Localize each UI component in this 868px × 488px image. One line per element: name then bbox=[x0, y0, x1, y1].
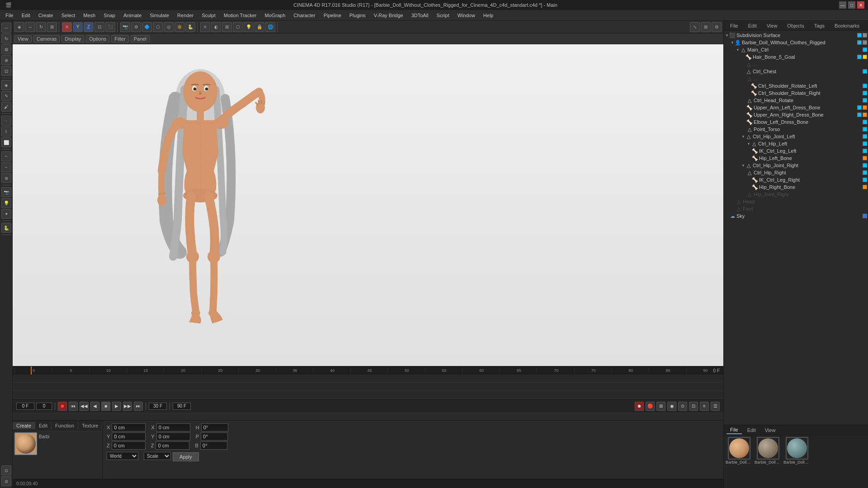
vp-display-iso[interactable]: ⬡ bbox=[233, 22, 243, 32]
tree-arrow-barbie[interactable]: ▼ bbox=[730, 40, 735, 45]
tool-rig[interactable]: ⊛ bbox=[1, 173, 11, 183]
obj-tab-tags[interactable]: Tags bbox=[811, 22, 828, 29]
tree-item-ik-leg-left[interactable]: 🦴 IK_Ctrl_Leg_Left bbox=[724, 147, 868, 155]
tool-select-live[interactable]: ⊕ bbox=[1, 55, 11, 65]
obj-tab-objects[interactable]: Objects bbox=[783, 22, 807, 29]
vp-view-menu[interactable]: View bbox=[14, 35, 32, 42]
b-input[interactable] bbox=[200, 441, 227, 450]
tree-item-upper-arm-right[interactable]: 🦴 Upper_Arm_Right_Dress_Bone bbox=[724, 111, 868, 118]
tree-item-head[interactable]: △ Head bbox=[724, 198, 868, 205]
keyframe-tool1[interactable]: ⊞ bbox=[656, 402, 665, 411]
maximize-button[interactable]: □ bbox=[848, 1, 855, 9]
menu-plugins[interactable]: Plugins bbox=[346, 12, 369, 19]
material-item-bones[interactable]: Barbie_Doll_Without_Clothes_Rigged_Bones bbox=[755, 437, 782, 465]
keyframe-tool4[interactable]: ⊡ bbox=[689, 402, 698, 411]
tree-item-hip-joint-right-2[interactable]: △ Hip_Joint_Right bbox=[724, 191, 868, 198]
tree-arrow-hip-joint-right[interactable]: ▼ bbox=[741, 163, 745, 168]
timeline-ruler[interactable]: 0 5 10 15 20 25 30 35 40 45 50 55 60 65 … bbox=[13, 366, 723, 375]
tree-item-hip-joint-right[interactable]: ▼ △ Ctrl_Hip_Joint_Right bbox=[724, 162, 868, 169]
menu-create[interactable]: Create bbox=[35, 12, 57, 19]
menu-v-ray-bridge[interactable]: V-Ray Bridge bbox=[370, 12, 407, 19]
tool-select-rect[interactable]: ⊡ bbox=[1, 66, 11, 76]
vp-fullscreen[interactable]: ⤡ bbox=[690, 22, 700, 32]
keyframe-tool5[interactable]: ≡ bbox=[700, 402, 709, 411]
world-dropdown[interactable]: World bbox=[107, 452, 138, 460]
tool-bottom1[interactable]: ⊙ bbox=[1, 465, 11, 475]
x-size-input[interactable] bbox=[156, 423, 190, 432]
current-frame-input[interactable] bbox=[36, 403, 52, 410]
keyframe-tool2[interactable]: ◉ bbox=[667, 402, 676, 411]
vp-rotate[interactable]: ↻ bbox=[36, 22, 46, 32]
y-size-input[interactable] bbox=[156, 432, 190, 441]
material-preview[interactable] bbox=[14, 432, 37, 455]
keyframe-tool3[interactable]: ⊙ bbox=[678, 402, 687, 411]
end-frame-input[interactable] bbox=[173, 403, 191, 410]
tree-item-ctrl-chest[interactable]: ▶ △ Ctrl_Chest bbox=[724, 68, 868, 75]
transport-stop[interactable]: ■ bbox=[101, 402, 110, 411]
tree-item-hip-right[interactable]: △ Ctrl_Hip_Right bbox=[724, 169, 868, 176]
tool-bottom2[interactable]: ⊘ bbox=[1, 476, 11, 486]
z-size-input[interactable] bbox=[156, 441, 189, 450]
tool-points[interactable]: · bbox=[1, 116, 11, 126]
tree-item-ik-leg-right[interactable]: 🦴 IK_Ctrl_Leg_Right bbox=[724, 176, 868, 183]
menu-3dtoall[interactable]: 3DToAll bbox=[408, 12, 432, 19]
tool-scale[interactable]: ⊞ bbox=[1, 44, 11, 54]
keyframe-tool6[interactable]: ☰ bbox=[711, 402, 720, 411]
mat-tab-edit[interactable]: Edit bbox=[35, 422, 52, 429]
tree-item-main-ctrl[interactable]: ▼ △ Main_Ctrl bbox=[724, 46, 868, 53]
menu-select[interactable]: Select bbox=[58, 12, 79, 19]
tool-sculpt[interactable]: ✎ bbox=[1, 91, 11, 101]
transport-record[interactable]: ⏺ bbox=[58, 402, 67, 411]
vp-panel-menu[interactable]: Panel bbox=[131, 35, 150, 42]
tree-item-unknown2[interactable]: △ ... bbox=[724, 75, 868, 82]
vp-render-btn6[interactable]: 🐍 bbox=[185, 22, 195, 32]
obj-tab-edit[interactable]: Edit bbox=[745, 22, 760, 29]
tool-fx[interactable]: ✦ bbox=[1, 209, 11, 219]
tree-item-upper-arm-left[interactable]: 🦴 Upper_Arm_Left_Dress_Bone bbox=[724, 104, 868, 111]
start-frame-input[interactable] bbox=[16, 403, 34, 410]
tool-polys[interactable]: ⬜ bbox=[1, 137, 11, 147]
obj-tab-bookmarks[interactable]: Bookmarks bbox=[831, 22, 863, 29]
tool-light[interactable]: 💡 bbox=[1, 198, 11, 208]
menu-script[interactable]: Script bbox=[433, 12, 453, 19]
menu-animate[interactable]: Animate bbox=[120, 12, 145, 19]
tree-arrow-hip-joint-left[interactable]: ▼ bbox=[741, 134, 745, 139]
tree-item-shoulder-left[interactable]: ▶ 🦴 Ctrl_Shoulder_Rotate_Left bbox=[724, 82, 868, 89]
tree-item-unknown1[interactable]: ▶ △ ... bbox=[724, 61, 868, 68]
tree-item-elbow-left[interactable]: 🦴 Elbow_Left_Dress_Bone bbox=[724, 118, 868, 126]
menu-snap[interactable]: Snap bbox=[100, 12, 119, 19]
close-button[interactable]: ✕ bbox=[857, 1, 864, 9]
tree-item-barbie[interactable]: ▼ 👤 Barbie_Doll_Without_Clothes_Rigged bbox=[724, 39, 868, 46]
h-input[interactable] bbox=[201, 423, 228, 432]
viewport[interactable] bbox=[13, 44, 723, 366]
mat-tab-create[interactable]: Create bbox=[13, 422, 35, 429]
tool-camera[interactable]: 📷 bbox=[1, 187, 11, 197]
menu-motion-tracker[interactable]: Motion Tracker bbox=[220, 12, 260, 19]
playhead[interactable] bbox=[31, 366, 32, 375]
transport-jump-end[interactable]: ⏭ bbox=[134, 402, 143, 411]
vp-options-menu[interactable]: Options bbox=[86, 35, 109, 42]
tool-texture[interactable]: 🖌 bbox=[1, 102, 11, 112]
vp-render-btn1[interactable]: ⚙ bbox=[131, 22, 141, 32]
vp-no-select[interactable]: ✕ bbox=[62, 22, 72, 32]
vp-display-mat[interactable]: 🌐 bbox=[265, 22, 275, 32]
vp-cameras-menu[interactable]: Cameras bbox=[33, 35, 60, 42]
tree-item-point-torso[interactable]: △ Point_Torso bbox=[724, 126, 868, 133]
tree-item-hip-right-bone[interactable]: 🦴 Hip_Right_Bone bbox=[724, 183, 868, 191]
menu-file[interactable]: File bbox=[2, 12, 17, 19]
tree-item-hip-left-bone[interactable]: 🦴 Hip_Left_Bone bbox=[724, 155, 868, 162]
transport-play[interactable]: ▶ bbox=[112, 402, 121, 411]
vp-render-region[interactable]: ⬛ bbox=[105, 22, 115, 32]
vp-obj-mode[interactable]: ◈ bbox=[14, 22, 24, 32]
mat-mgr-tab-file[interactable]: File bbox=[726, 426, 742, 434]
menu-mograph[interactable]: MoGraph bbox=[261, 12, 289, 19]
menu-window[interactable]: Window bbox=[454, 12, 479, 19]
menu-help[interactable]: Help bbox=[480, 12, 497, 19]
tool-spline[interactable]: ~ bbox=[1, 151, 11, 161]
object-tree[interactable]: ▼ ⬛ Subdivision Surface ▼ 👤 Barbie_Doll_… bbox=[724, 31, 868, 425]
mat-mgr-tab-edit[interactable]: Edit bbox=[744, 427, 760, 434]
tool-rotate[interactable]: ↻ bbox=[1, 33, 11, 43]
tree-arrow-subdivision[interactable]: ▼ bbox=[725, 33, 729, 38]
vp-settings[interactable]: ⚙ bbox=[712, 22, 722, 32]
menu-sculpt[interactable]: Sculpt bbox=[198, 12, 219, 19]
